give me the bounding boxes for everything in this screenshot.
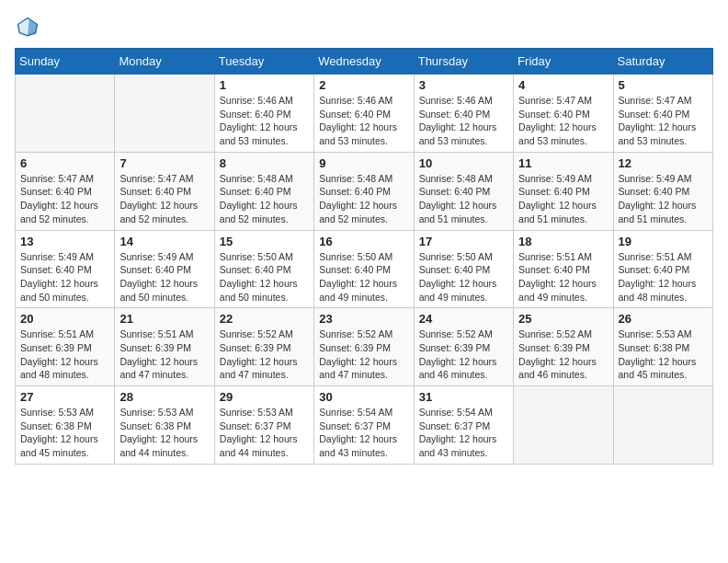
day-info: Sunrise: 5:50 AM Sunset: 6:40 PM Dayligh… [220, 250, 309, 304]
day-number: 25 [518, 312, 608, 326]
week-row-3: 13Sunrise: 5:49 AM Sunset: 6:40 PM Dayli… [16, 230, 713, 308]
day-info: Sunrise: 5:53 AM Sunset: 6:37 PM Dayligh… [220, 406, 309, 460]
day-info: Sunrise: 5:48 AM Sunset: 6:40 PM Dayligh… [319, 172, 408, 226]
calendar-cell: 25Sunrise: 5:52 AM Sunset: 6:39 PM Dayli… [514, 308, 613, 386]
calendar-cell: 21Sunrise: 5:51 AM Sunset: 6:39 PM Dayli… [115, 308, 214, 386]
day-info: Sunrise: 5:50 AM Sunset: 6:40 PM Dayligh… [319, 250, 408, 304]
calendar-cell: 3Sunrise: 5:46 AM Sunset: 6:40 PM Daylig… [414, 75, 513, 153]
day-info: Sunrise: 5:51 AM Sunset: 6:40 PM Dayligh… [619, 250, 708, 304]
day-info: Sunrise: 5:48 AM Sunset: 6:40 PM Dayligh… [220, 172, 309, 226]
day-info: Sunrise: 5:54 AM Sunset: 6:37 PM Dayligh… [419, 406, 508, 460]
week-row-1: 1Sunrise: 5:46 AM Sunset: 6:40 PM Daylig… [16, 75, 713, 153]
calendar-cell [16, 75, 115, 153]
day-info: Sunrise: 5:51 AM Sunset: 6:40 PM Dayligh… [518, 250, 608, 304]
calendar-cell: 10Sunrise: 5:48 AM Sunset: 6:40 PM Dayli… [414, 152, 513, 230]
calendar-cell: 8Sunrise: 5:48 AM Sunset: 6:40 PM Daylig… [214, 152, 313, 230]
calendar-body: 1Sunrise: 5:46 AM Sunset: 6:40 PM Daylig… [16, 75, 713, 465]
logo [15, 15, 44, 40]
calendar-cell: 26Sunrise: 5:53 AM Sunset: 6:38 PM Dayli… [613, 308, 712, 386]
day-info: Sunrise: 5:54 AM Sunset: 6:37 PM Dayligh… [319, 406, 408, 460]
day-info: Sunrise: 5:53 AM Sunset: 6:38 PM Dayligh… [119, 406, 209, 460]
calendar-table: SundayMondayTuesdayWednesdayThursdayFrid… [15, 48, 713, 465]
calendar-cell: 2Sunrise: 5:46 AM Sunset: 6:40 PM Daylig… [314, 75, 414, 153]
day-number: 15 [220, 235, 309, 248]
day-number: 31 [419, 390, 508, 404]
day-number: 11 [518, 156, 608, 170]
calendar-cell: 13Sunrise: 5:49 AM Sunset: 6:40 PM Dayli… [16, 230, 115, 308]
calendar-cell: 18Sunrise: 5:51 AM Sunset: 6:40 PM Dayli… [514, 230, 613, 308]
col-header-sunday: Sunday [16, 49, 115, 75]
day-number: 16 [319, 235, 408, 248]
day-info: Sunrise: 5:46 AM Sunset: 6:40 PM Dayligh… [319, 94, 408, 148]
day-info: Sunrise: 5:49 AM Sunset: 6:40 PM Dayligh… [619, 172, 708, 226]
day-info: Sunrise: 5:52 AM Sunset: 6:39 PM Dayligh… [220, 327, 309, 382]
day-number: 7 [119, 156, 209, 170]
day-info: Sunrise: 5:49 AM Sunset: 6:40 PM Dayligh… [518, 172, 608, 226]
day-info: Sunrise: 5:53 AM Sunset: 6:38 PM Dayligh… [619, 327, 708, 382]
calendar-cell: 16Sunrise: 5:50 AM Sunset: 6:40 PM Dayli… [314, 230, 414, 308]
day-number: 20 [20, 312, 109, 326]
calendar-cell: 23Sunrise: 5:52 AM Sunset: 6:39 PM Dayli… [314, 308, 414, 386]
col-header-friday: Friday [514, 49, 613, 75]
week-row-2: 6Sunrise: 5:47 AM Sunset: 6:40 PM Daylig… [16, 152, 713, 230]
calendar-cell: 12Sunrise: 5:49 AM Sunset: 6:40 PM Dayli… [613, 152, 712, 230]
day-info: Sunrise: 5:46 AM Sunset: 6:40 PM Dayligh… [220, 94, 309, 148]
week-row-5: 27Sunrise: 5:53 AM Sunset: 6:38 PM Dayli… [16, 386, 713, 465]
calendar-cell: 19Sunrise: 5:51 AM Sunset: 6:40 PM Dayli… [613, 230, 712, 308]
day-number: 22 [220, 312, 309, 326]
day-info: Sunrise: 5:49 AM Sunset: 6:40 PM Dayligh… [119, 250, 209, 304]
calendar-cell: 17Sunrise: 5:50 AM Sunset: 6:40 PM Dayli… [414, 230, 513, 308]
day-number: 14 [119, 235, 209, 248]
day-number: 13 [20, 235, 109, 248]
day-info: Sunrise: 5:52 AM Sunset: 6:39 PM Dayligh… [319, 327, 408, 382]
day-number: 12 [619, 156, 708, 170]
day-info: Sunrise: 5:48 AM Sunset: 6:40 PM Dayligh… [419, 172, 508, 226]
calendar-cell: 9Sunrise: 5:48 AM Sunset: 6:40 PM Daylig… [314, 152, 414, 230]
calendar-cell: 29Sunrise: 5:53 AM Sunset: 6:37 PM Dayli… [214, 386, 313, 465]
day-number: 2 [319, 78, 408, 92]
col-header-thursday: Thursday [414, 49, 513, 75]
day-number: 21 [119, 312, 209, 326]
day-number: 26 [619, 312, 708, 326]
day-number: 6 [20, 156, 109, 170]
day-number: 10 [419, 156, 508, 170]
day-number: 1 [220, 78, 309, 92]
calendar-cell: 31Sunrise: 5:54 AM Sunset: 6:37 PM Dayli… [414, 386, 513, 465]
calendar-cell: 7Sunrise: 5:47 AM Sunset: 6:40 PM Daylig… [115, 152, 214, 230]
day-number: 17 [419, 235, 508, 248]
day-info: Sunrise: 5:51 AM Sunset: 6:39 PM Dayligh… [119, 327, 209, 382]
calendar-cell [613, 386, 712, 465]
calendar-cell: 22Sunrise: 5:52 AM Sunset: 6:39 PM Dayli… [214, 308, 313, 386]
day-info: Sunrise: 5:47 AM Sunset: 6:40 PM Dayligh… [20, 172, 109, 226]
day-info: Sunrise: 5:46 AM Sunset: 6:40 PM Dayligh… [419, 94, 508, 148]
day-info: Sunrise: 5:47 AM Sunset: 6:40 PM Dayligh… [619, 94, 708, 148]
day-info: Sunrise: 5:52 AM Sunset: 6:39 PM Dayligh… [419, 327, 508, 382]
col-header-saturday: Saturday [613, 49, 712, 75]
calendar-cell [514, 386, 613, 465]
calendar-cell: 1Sunrise: 5:46 AM Sunset: 6:40 PM Daylig… [214, 75, 313, 153]
calendar-cell: 6Sunrise: 5:47 AM Sunset: 6:40 PM Daylig… [16, 152, 115, 230]
day-info: Sunrise: 5:49 AM Sunset: 6:40 PM Dayligh… [20, 250, 109, 304]
day-info: Sunrise: 5:50 AM Sunset: 6:40 PM Dayligh… [419, 250, 508, 304]
calendar-cell: 20Sunrise: 5:51 AM Sunset: 6:39 PM Dayli… [16, 308, 115, 386]
page-header [15, 15, 713, 40]
col-header-tuesday: Tuesday [214, 49, 313, 75]
day-number: 19 [619, 235, 708, 248]
day-number: 8 [220, 156, 309, 170]
week-row-4: 20Sunrise: 5:51 AM Sunset: 6:39 PM Dayli… [16, 308, 713, 386]
day-number: 3 [419, 78, 508, 92]
calendar-cell: 5Sunrise: 5:47 AM Sunset: 6:40 PM Daylig… [613, 75, 712, 153]
calendar-cell: 28Sunrise: 5:53 AM Sunset: 6:38 PM Dayli… [115, 386, 214, 465]
day-number: 27 [20, 390, 109, 404]
col-header-monday: Monday [115, 49, 214, 75]
day-number: 18 [518, 235, 608, 248]
day-number: 24 [419, 312, 508, 326]
calendar-cell: 11Sunrise: 5:49 AM Sunset: 6:40 PM Dayli… [514, 152, 613, 230]
day-info: Sunrise: 5:47 AM Sunset: 6:40 PM Dayligh… [518, 94, 608, 148]
day-number: 29 [220, 390, 309, 404]
day-info: Sunrise: 5:52 AM Sunset: 6:39 PM Dayligh… [518, 327, 608, 382]
day-number: 30 [319, 390, 408, 404]
logo-icon [15, 15, 40, 40]
calendar-cell: 24Sunrise: 5:52 AM Sunset: 6:39 PM Dayli… [414, 308, 513, 386]
day-info: Sunrise: 5:47 AM Sunset: 6:40 PM Dayligh… [119, 172, 209, 226]
